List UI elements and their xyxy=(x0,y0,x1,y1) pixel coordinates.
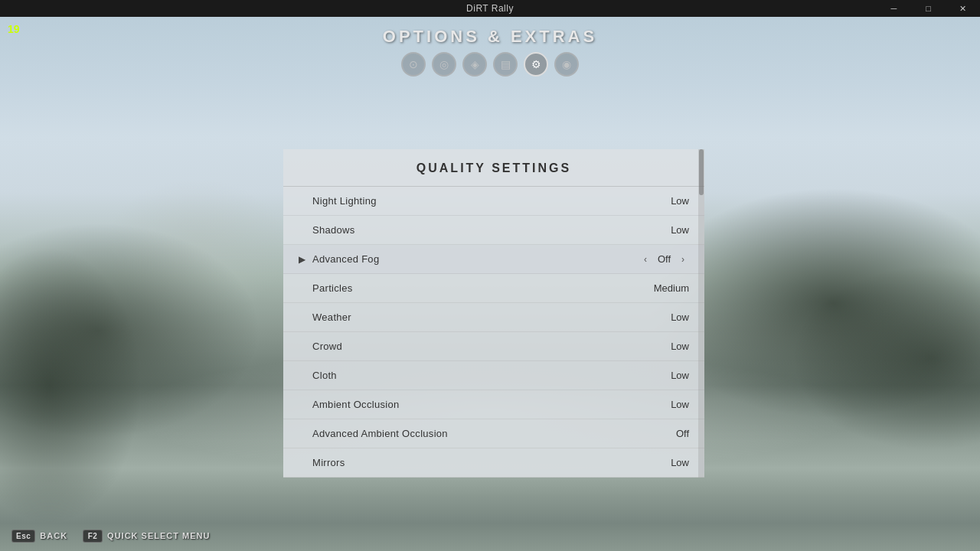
setting-value: Low xyxy=(671,399,689,410)
panel-title: QUALITY SETTINGS xyxy=(416,161,571,174)
titlebar-controls: ─ □ ✕ xyxy=(877,0,980,17)
setting-name: Advanced Fog xyxy=(312,253,639,265)
setting-cloth[interactable]: Cloth Low xyxy=(283,361,704,390)
setting-mirrors[interactable]: Mirrors Low xyxy=(283,448,704,478)
setting-advanced-ambient-occlusion[interactable]: Advanced Ambient Occlusion Off xyxy=(283,419,704,448)
nav-icon-extra[interactable]: ◉ xyxy=(554,52,579,77)
scroll-thumb[interactable] xyxy=(699,149,704,195)
minimize-button[interactable]: ─ xyxy=(877,0,911,17)
setting-value: Low xyxy=(671,311,689,323)
nav-icon-audio[interactable]: ◈ xyxy=(462,52,487,77)
nav-icons: ⊙ ◎ ◈ ▤ ⚙ ◉ xyxy=(0,52,980,77)
setting-night-lighting[interactable]: Night Lighting Low xyxy=(283,187,704,216)
setting-value: Low xyxy=(671,224,689,236)
setting-value: Low xyxy=(671,195,689,207)
back-button[interactable]: Esc BACK xyxy=(11,530,67,543)
close-button[interactable]: ✕ xyxy=(946,0,980,17)
setting-name: Cloth xyxy=(312,370,671,381)
setting-shadows[interactable]: Shadows Low xyxy=(283,216,704,245)
setting-name: Shadows xyxy=(312,224,671,236)
setting-value: ‹ Off › xyxy=(639,253,689,266)
setting-name: Crowd xyxy=(312,341,671,352)
setting-particles[interactable]: Particles Medium xyxy=(283,274,704,303)
setting-name: Night Lighting xyxy=(312,195,671,207)
setting-ambient-occlusion[interactable]: Ambient Occlusion Low xyxy=(283,390,704,419)
window-title: DiRT Rally xyxy=(466,3,514,14)
setting-value: Low xyxy=(671,341,689,352)
setting-value: Medium xyxy=(654,282,689,294)
setting-weather[interactable]: Weather Low xyxy=(283,303,704,332)
setting-name: Weather xyxy=(312,311,671,323)
setting-name: Particles xyxy=(312,282,654,294)
nav-icon-screen[interactable]: ▤ xyxy=(493,52,518,77)
settings-list: Night Lighting Low Shadows Low ▶ Advance… xyxy=(283,187,704,478)
setting-name: Mirrors xyxy=(312,457,671,468)
value-next-button[interactable]: › xyxy=(677,253,689,266)
quickselect-button[interactable]: F2 QUICK SELECT MENU xyxy=(83,530,210,543)
bottom-bar: Esc BACK F2 QUICK SELECT MENU xyxy=(0,520,980,551)
setting-name: Ambient Occlusion xyxy=(312,399,671,410)
back-key-badge: Esc xyxy=(11,530,35,543)
quickselect-label: QUICK SELECT MENU xyxy=(107,531,210,540)
value-prev-button[interactable]: ‹ xyxy=(639,253,652,266)
nav-icon-person[interactable]: ◎ xyxy=(432,52,456,77)
setting-value: Off xyxy=(676,428,689,439)
restore-button[interactable]: □ xyxy=(911,0,946,17)
page-title: OPTIONS & EXTRAS xyxy=(0,27,980,47)
setting-name: Advanced Ambient Occlusion xyxy=(312,428,676,439)
quickselect-key-badge: F2 xyxy=(83,530,103,543)
nav-icon-gear[interactable]: ⚙ xyxy=(524,52,548,77)
quality-settings-panel: QUALITY SETTINGS Night Lighting Low Shad… xyxy=(283,149,704,478)
setting-advanced-fog[interactable]: ▶ Advanced Fog ‹ Off › xyxy=(283,245,704,274)
setting-value: Low xyxy=(671,370,689,381)
scrollbar[interactable] xyxy=(698,149,704,478)
setting-value: Low xyxy=(671,457,689,468)
nav-icon-gamepad[interactable]: ⊙ xyxy=(401,52,426,77)
panel-header: QUALITY SETTINGS xyxy=(283,149,704,187)
row-arrow-active: ▶ xyxy=(299,254,308,265)
setting-crowd[interactable]: Crowd Low xyxy=(283,332,704,361)
titlebar: DiRT Rally ─ □ ✕ xyxy=(0,0,980,17)
back-label: BACK xyxy=(40,531,67,540)
